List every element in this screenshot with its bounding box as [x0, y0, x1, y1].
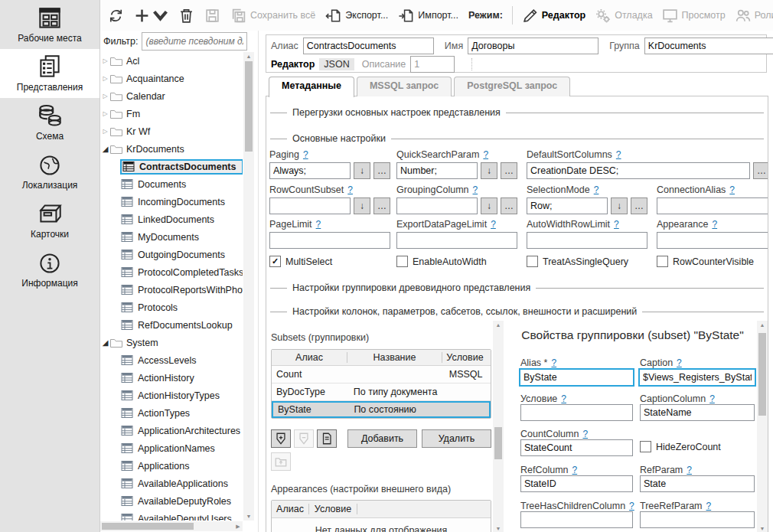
tab-postgresql-query[interactable]: PostgreSQL запрос [454, 77, 570, 96]
export-button[interactable]: Экспорт... [325, 8, 388, 24]
grouping-column-input[interactable] [396, 197, 478, 214]
tree-folder[interactable]: ▷Calendar [100, 87, 243, 105]
help-link[interactable]: ? [473, 184, 478, 195]
help-link[interactable]: ? [729, 184, 735, 195]
help-link[interactable]: ? [491, 219, 496, 230]
tree-view-item[interactable]: Applications [100, 457, 243, 475]
tree-view-item[interactable]: AvailableDeputyRoles [100, 492, 243, 510]
help-link[interactable]: ? [677, 357, 682, 368]
column-header-condition[interactable]: Условие [309, 504, 357, 514]
alias-input[interactable] [303, 38, 434, 54]
column-header-alias[interactable]: Алиас [272, 504, 309, 514]
sidebar-item-information[interactable]: Информация [0, 245, 99, 294]
tree-view-item[interactable]: MyDocuments [100, 228, 243, 246]
help-link[interactable]: ? [572, 465, 578, 475]
quick-search-ellipsis-button[interactable]: … [501, 162, 517, 179]
add-subset-button[interactable] [271, 429, 291, 448]
row-count-subset-input[interactable] [269, 197, 351, 214]
scroll-up-icon[interactable]: ▲ [757, 322, 768, 328]
json-mode-link[interactable]: JSON [319, 58, 354, 70]
subset-document-button[interactable] [317, 429, 337, 448]
subset-row-bydoctype[interactable]: ByDocType По типу документа [272, 383, 491, 401]
row-counter-visible-checkbox[interactable] [657, 256, 668, 267]
tree-view-item[interactable]: RefDocumentsLookup [100, 316, 243, 334]
scrollbar-thumb[interactable] [758, 333, 766, 416]
tree-view-item[interactable]: ApplicationArchitectures [100, 422, 243, 439]
tab-metadata[interactable]: Метаданные [269, 77, 354, 97]
sidebar-item-schema[interactable]: Схема [0, 98, 99, 147]
tree-view-item[interactable]: ProtocolCompletedTasks [100, 263, 243, 281]
tree-view-item[interactable]: ActionTypes [100, 404, 243, 422]
tree-has-children-input[interactable] [520, 511, 633, 528]
tree-view-item[interactable]: LinkedDocuments [100, 211, 243, 228]
column-header-name[interactable]: Название [347, 352, 442, 363]
tree-view-item[interactable]: AccessLevels [100, 351, 243, 369]
help-link[interactable]: ? [687, 465, 692, 475]
tree-view-item[interactable]: ActionHistoryTypes [100, 387, 243, 404]
help-link[interactable]: ? [316, 219, 321, 230]
subset-row-bystate[interactable]: ByState По состоянию [272, 401, 491, 418]
scroll-up-icon[interactable]: ▲ [493, 322, 504, 328]
tree-folder-expanded[interactable]: ◢System [100, 334, 243, 351]
help-link[interactable]: ? [483, 149, 488, 160]
tree-view-item[interactable]: ApplicationNames [100, 439, 243, 457]
tree-folder[interactable]: ▷Acquaintance [100, 70, 243, 87]
tree-view-item-selected[interactable]: ContractsDocuments [100, 158, 243, 175]
tree-view-item[interactable]: AvailableDeputyUsers [100, 510, 243, 521]
tree-vertical-scrollbar[interactable]: ▲ ▼ [243, 52, 254, 521]
subset-row-count[interactable]: Count MSSQL [272, 366, 491, 383]
auto-width-row-limit-input[interactable] [527, 232, 647, 249]
tree-folder[interactable]: ▷Fm [100, 105, 243, 122]
remove-subset-icon-button[interactable] [294, 429, 314, 448]
help-link[interactable]: ? [709, 393, 715, 404]
paging-ellipsis-button[interactable]: … [373, 162, 390, 179]
help-link[interactable]: ? [594, 184, 599, 195]
help-link[interactable]: ? [712, 219, 717, 230]
save-button[interactable] [204, 8, 220, 24]
treat-as-single-query-checkbox[interactable] [527, 256, 538, 267]
scroll-down-icon[interactable]: ▼ [493, 526, 504, 531]
scrollbar-thumb[interactable] [494, 427, 502, 459]
scrollbar-thumb[interactable] [245, 61, 253, 152]
tree-view-item[interactable]: AvailableApplications [100, 475, 243, 492]
tree-view-item[interactable]: ProtocolReportsWithPhot [100, 281, 243, 299]
subset-alias-input[interactable] [519, 368, 634, 387]
mode-preview-button[interactable]: Просмотр [662, 8, 726, 24]
expander-icon[interactable]: ▷ [100, 110, 110, 117]
column-header-condition[interactable]: Условие [442, 352, 488, 363]
scrollbar-thumb[interactable] [102, 523, 194, 530]
tree-view-item[interactable]: Protocols [100, 299, 243, 316]
name-input[interactable] [468, 38, 599, 54]
tree-view-item[interactable]: IncomingDocuments [100, 193, 243, 211]
tree-folder-expanded[interactable]: ◢KrDocuments [100, 140, 243, 158]
grouping-ellipsis-button[interactable]: … [501, 197, 517, 214]
move-to-folder-button[interactable] [271, 452, 291, 471]
help-link[interactable]: ? [629, 501, 634, 511]
grouping-dropdown-button[interactable]: ↓ [481, 197, 497, 214]
delete-button[interactable] [178, 8, 194, 24]
tree-view-item[interactable]: Documents [100, 175, 243, 193]
tree-view-item[interactable]: OutgoingDocuments [100, 246, 243, 263]
paging-input[interactable] [269, 162, 351, 179]
help-link[interactable]: ? [614, 219, 619, 230]
tree-ref-param-input[interactable] [640, 511, 755, 528]
editor-mode-link[interactable]: Редактор [271, 59, 315, 70]
add-button[interactable] [134, 8, 168, 24]
scroll-down-icon[interactable]: ▼ [243, 514, 254, 519]
group-input[interactable] [644, 38, 773, 54]
ref-param-input[interactable] [640, 475, 755, 492]
column-header-alias[interactable]: Алиас [272, 352, 347, 363]
caption-column-input[interactable] [640, 404, 755, 421]
tab-mssql-query[interactable]: MSSQL запрос [357, 77, 452, 96]
expander-icon[interactable]: ▷ [100, 57, 110, 64]
properties-vertical-scrollbar[interactable]: ▲ ▼ [757, 321, 768, 532]
filter-input[interactable] [142, 32, 247, 51]
help-link[interactable]: ? [616, 149, 621, 160]
expander-icon[interactable]: ◢ [100, 145, 110, 153]
help-link[interactable]: ? [551, 357, 556, 368]
mode-debug-button[interactable]: Отладка [595, 8, 652, 24]
expander-icon[interactable]: ▷ [100, 93, 110, 100]
tree-folder[interactable]: ▷Kr Wf [100, 122, 243, 140]
hide-zero-count-checkbox[interactable] [640, 441, 651, 452]
subsets-vertical-scrollbar[interactable]: ▲ ▼ [493, 321, 504, 532]
